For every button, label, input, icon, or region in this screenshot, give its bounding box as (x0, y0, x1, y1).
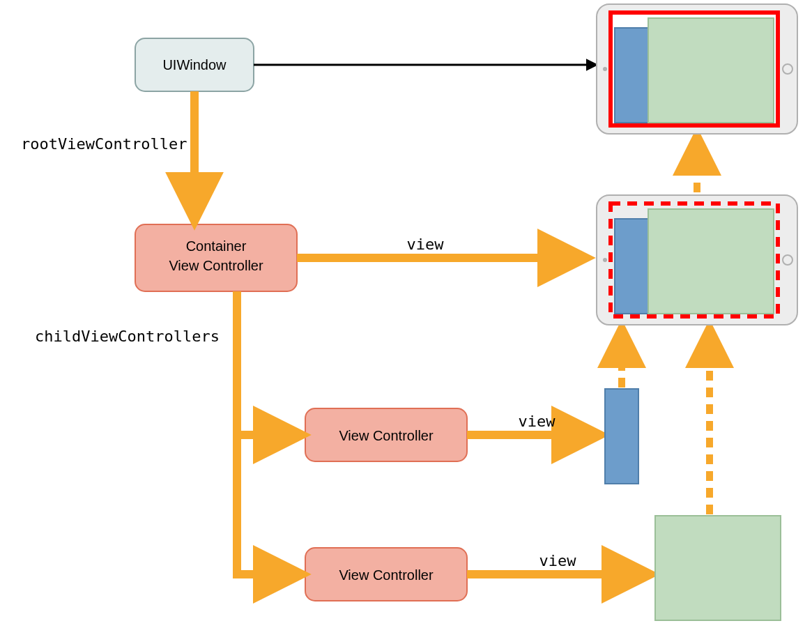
label-view2: view (519, 413, 556, 430)
device-top (597, 4, 797, 134)
container-label-line2: View Controller (169, 258, 263, 273)
child-view-green (655, 516, 781, 620)
device-middle (597, 195, 797, 325)
label-rootviewcontroller: rootViewController (21, 135, 187, 153)
svg-rect-8 (615, 28, 648, 123)
svg-rect-13 (615, 219, 648, 314)
svg-rect-14 (648, 209, 774, 314)
child-view-blue (605, 389, 638, 484)
container-node: Container View Controller (135, 224, 297, 291)
vc1-label: View Controller (339, 428, 434, 443)
label-view1: view (407, 236, 445, 253)
container-label-line1: Container (186, 238, 247, 254)
vc1-node: View Controller (305, 408, 467, 461)
label-childviewcontrollers: childViewControllers (35, 328, 220, 345)
label-view3: view (539, 552, 577, 569)
svg-rect-9 (648, 18, 774, 123)
svg-point-6 (603, 67, 607, 71)
uiwindow-node: UIWindow (135, 38, 254, 91)
uiwindow-label: UIWindow (162, 57, 227, 72)
vc2-node: View Controller (305, 548, 467, 601)
vc2-label: View Controller (339, 567, 434, 583)
svg-point-12 (603, 258, 607, 262)
